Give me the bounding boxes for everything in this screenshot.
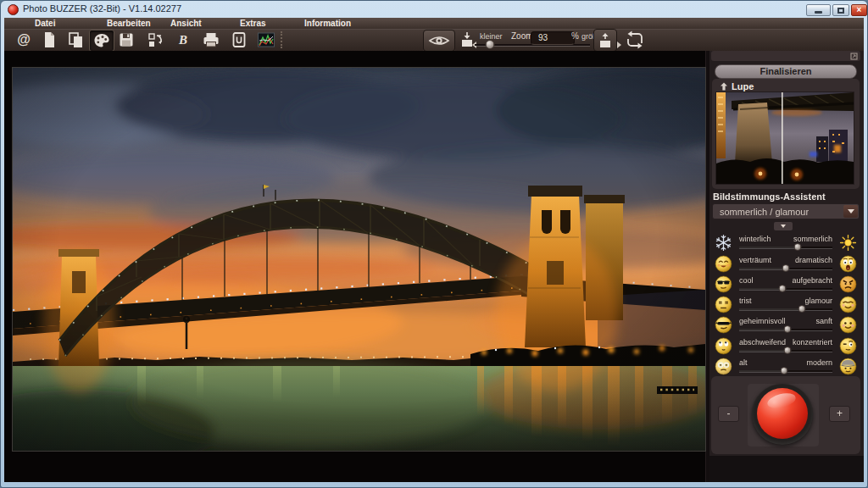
slider-knob[interactable] (782, 264, 790, 272)
dropdown-arrow-button[interactable] (843, 205, 858, 218)
maximize-button[interactable] (832, 4, 849, 16)
slider-knob[interactable] (778, 285, 786, 292)
palette-button[interactable] (89, 30, 114, 52)
slider-row-dreamy-dramatic: verträumt dramatisch (711, 254, 860, 274)
photo-canvas (12, 67, 706, 452)
frame-button[interactable] (227, 30, 251, 50)
slider-track[interactable] (739, 247, 832, 248)
slider-fill (739, 350, 787, 352)
percent-label: % (571, 31, 579, 41)
glamour-face-icon (839, 296, 857, 313)
slider-knob[interactable] (798, 305, 805, 313)
slider-track[interactable] (739, 329, 832, 330)
histogram-button[interactable] (254, 30, 278, 50)
slider-knob[interactable] (794, 243, 802, 251)
secretive-face-icon (715, 316, 732, 334)
panel-collapse-bar[interactable] (711, 51, 860, 61)
image-b-button[interactable]: B (171, 30, 195, 50)
panel-bottom-area (709, 456, 864, 482)
slider-left-label: verträumt (739, 256, 771, 264)
gentle-face-icon (839, 316, 857, 334)
palette-icon (92, 31, 111, 50)
slider-track[interactable] (739, 288, 832, 290)
panel-collapse-icon[interactable] (850, 53, 858, 60)
copy-button[interactable] (64, 30, 87, 50)
zoom-slider-knob[interactable] (485, 40, 494, 49)
slider-row-old-modern: alt modern (711, 357, 860, 377)
slider-right-label: aufgebracht (792, 276, 832, 285)
slider-track[interactable] (739, 268, 832, 269)
slider-track[interactable] (739, 308, 832, 310)
right-panel: Finalisieren Lupe (709, 51, 864, 482)
slider-left-label: geheimnisvoll (739, 317, 786, 325)
focused-face-icon (839, 337, 857, 355)
lupe-preview (715, 92, 854, 185)
menu-ansicht[interactable]: Ansicht (170, 18, 202, 29)
slider-left-label: trist (739, 297, 752, 305)
angry-face-icon (839, 275, 857, 293)
slider-fill (739, 247, 798, 248)
buzzer-button[interactable] (752, 384, 813, 445)
preset-dropdown[interactable]: sommerlich / glamour (712, 203, 860, 219)
slider-right-label: glamour (804, 297, 832, 305)
eye-icon (427, 33, 451, 48)
minimize-icon (815, 11, 822, 14)
slider-knob[interactable] (780, 367, 787, 374)
slider-right-label: dramatisch (795, 256, 832, 264)
slider-track[interactable] (739, 350, 832, 352)
export-button[interactable] (144, 30, 168, 50)
rotate-button[interactable] (623, 30, 647, 50)
zoom-factor-input[interactable]: 93 (531, 31, 575, 45)
slider-fill (739, 308, 802, 310)
slider-track[interactable] (739, 370, 832, 372)
close-button[interactable]: × (851, 4, 867, 16)
slider-fill (739, 268, 786, 269)
menu-information[interactable]: Information (304, 18, 351, 29)
menu-bearbeiten[interactable]: Bearbeiten (107, 18, 151, 29)
old-face-icon (715, 358, 732, 375)
harbour-bridge-photo (13, 68, 705, 451)
slider-left-label: alt (739, 358, 748, 367)
preset-value: sommerlich / glamour (720, 207, 809, 217)
toolbar: @ B (4, 29, 864, 52)
grow-icon (597, 31, 614, 50)
slider-fill (739, 370, 784, 372)
content-area: Finalisieren Lupe (4, 51, 864, 482)
lupe-header: Lupe (720, 80, 754, 92)
slider-knob[interactable] (784, 347, 792, 354)
slider-row-mysterious-gentle: geheimnisvoll sanft (711, 315, 860, 336)
minimize-button[interactable] (806, 4, 831, 16)
window-title: Photo BUZZER (32-Bit) - V1.14.02277 (23, 3, 181, 14)
print-button[interactable] (199, 30, 223, 50)
cool-face-icon (715, 275, 732, 293)
intensity-minus-button[interactable]: - (718, 406, 739, 422)
preview-eye-button[interactable] (423, 30, 455, 52)
screen: Photo BUZZER (32-Bit) - V1.14.02277 × Da… (0, 0, 868, 488)
lupe-panel: Lupe (712, 79, 860, 189)
slider-right-label: konzentriert (793, 338, 832, 347)
print-icon (201, 30, 221, 49)
menu-extras[interactable]: Extras (240, 18, 266, 29)
intensity-plus-button[interactable]: + (829, 406, 850, 422)
lupe-preview-image (716, 92, 854, 184)
save-button[interactable] (114, 30, 138, 50)
export-icon (146, 30, 166, 49)
app-window: Photo BUZZER (32-Bit) - V1.14.02277 × Da… (0, 0, 868, 488)
app-logo-icon (8, 4, 19, 15)
titlebar[interactable]: Photo BUZZER (32-Bit) - V1.14.02277 × (1, 1, 867, 18)
finalize-button[interactable]: Finalisieren (715, 64, 857, 79)
slider-knob[interactable] (784, 325, 792, 333)
mail-at-button[interactable]: @ (12, 30, 36, 50)
distracted-face-icon (715, 337, 732, 355)
shocked-face-icon (839, 255, 857, 273)
rotate-icon (624, 30, 646, 50)
chevron-down-icon (848, 209, 854, 214)
copy-icon (66, 30, 85, 49)
new-document-button[interactable] (37, 30, 61, 50)
slider-row-dull-glamour: trist glamour (711, 295, 860, 315)
menu-datei[interactable]: Datei (35, 18, 55, 29)
zoom-fit-larger-button[interactable] (593, 29, 617, 52)
histogram-icon (256, 30, 276, 49)
slider-right-arrow-icon[interactable] (617, 42, 621, 48)
expand-presets-button[interactable] (774, 222, 793, 230)
